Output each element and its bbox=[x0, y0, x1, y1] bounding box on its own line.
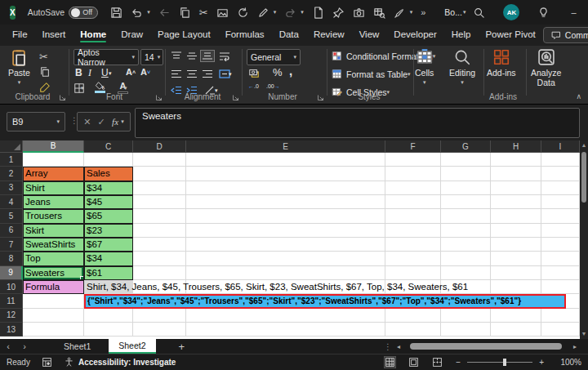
cell-G13[interactable] bbox=[441, 323, 491, 337]
row-header-8[interactable]: 8 bbox=[0, 252, 23, 265]
font-dialog-launcher[interactable] bbox=[155, 93, 163, 100]
clipboard-dialog-launcher[interactable] bbox=[59, 93, 66, 100]
cell-D6[interactable] bbox=[133, 224, 186, 238]
cell-D12[interactable] bbox=[133, 309, 186, 323]
cell-C1[interactable] bbox=[84, 153, 133, 167]
row-header-2[interactable]: 2 bbox=[0, 167, 23, 181]
name-box[interactable]: B9 ▾ bbox=[7, 112, 65, 132]
cell-B2[interactable]: Array bbox=[23, 167, 84, 181]
fx-chevron-icon[interactable]: ▾ bbox=[121, 118, 124, 125]
horizontal-scrollbar[interactable]: ⋮ ◂ ▸ bbox=[384, 342, 588, 351]
cell-B3[interactable]: Shirt bbox=[23, 181, 84, 195]
ribbon-tab-view[interactable]: View bbox=[352, 26, 387, 44]
next-sheet-icon[interactable]: › bbox=[16, 341, 33, 351]
ribbon-tab-draw[interactable]: Draw bbox=[114, 26, 150, 44]
cell-G1[interactable] bbox=[441, 153, 491, 167]
cell-F3[interactable] bbox=[385, 181, 441, 195]
cell-B10[interactable]: Formula bbox=[23, 280, 84, 294]
cell-C4[interactable]: $45 bbox=[84, 195, 133, 209]
ribbon-tab-page-layout[interactable]: Page Layout bbox=[150, 26, 218, 44]
search-icon[interactable] bbox=[473, 7, 485, 19]
cell-E2[interactable] bbox=[186, 167, 385, 181]
cell-I8[interactable] bbox=[541, 252, 580, 265]
new-document-icon[interactable] bbox=[312, 7, 324, 19]
paste-button[interactable]: Paste ▾ bbox=[8, 48, 30, 86]
accounting-format-button[interactable]: ▾ bbox=[248, 67, 259, 78]
cell-E7[interactable] bbox=[186, 238, 385, 252]
accessibility-status[interactable]: Accessibility: Investigate bbox=[64, 357, 176, 368]
cell-F5[interactable] bbox=[385, 209, 441, 223]
align-middle-button[interactable] bbox=[185, 51, 198, 61]
ribbon-tab-review[interactable]: Review bbox=[306, 26, 352, 44]
cell-I1[interactable] bbox=[541, 153, 580, 167]
horizontal-scroll-track[interactable] bbox=[405, 342, 568, 350]
align-top-button[interactable] bbox=[170, 51, 183, 61]
number-dialog-launcher[interactable] bbox=[317, 93, 324, 100]
column-header-F[interactable]: F bbox=[385, 140, 441, 153]
page-layout-view-icon[interactable] bbox=[408, 357, 419, 368]
cell-C5[interactable]: $65 bbox=[84, 209, 133, 223]
undo-chevron-icon[interactable]: ▾ bbox=[147, 9, 150, 16]
cell-F7[interactable] bbox=[385, 238, 441, 252]
confirm-entry-button[interactable]: ✓ bbox=[98, 117, 105, 127]
cell-I12[interactable] bbox=[541, 309, 580, 323]
zoom-slider-thumb[interactable] bbox=[503, 359, 506, 366]
toolbar-overflow-icon[interactable]: » bbox=[421, 7, 425, 17]
percent-button[interactable]: % bbox=[273, 66, 283, 78]
ink-chevron-icon[interactable]: ▾ bbox=[274, 9, 277, 16]
ink-icon[interactable] bbox=[257, 7, 270, 19]
cell-G8[interactable] bbox=[441, 252, 491, 265]
comma-button[interactable]: , bbox=[289, 64, 292, 78]
ribbon-tab-formulas[interactable]: Formulas bbox=[218, 26, 272, 44]
cell-D4[interactable] bbox=[133, 195, 186, 209]
cell-G3[interactable] bbox=[441, 181, 491, 195]
normal-view-icon[interactable] bbox=[385, 357, 395, 368]
cut-button[interactable]: ✂ bbox=[39, 51, 48, 63]
cell-C12[interactable] bbox=[84, 309, 133, 323]
cell-G6[interactable] bbox=[441, 224, 491, 238]
cell-F4[interactable] bbox=[385, 195, 441, 209]
scroll-up-icon[interactable]: ▲ bbox=[581, 140, 587, 150]
copy-icon[interactable] bbox=[179, 7, 191, 19]
column-header-C[interactable]: C bbox=[84, 140, 133, 153]
cell-H10[interactable] bbox=[491, 280, 541, 294]
cell-H4[interactable] bbox=[491, 195, 541, 209]
column-header-H[interactable]: H bbox=[491, 140, 541, 153]
cell-D2[interactable] bbox=[133, 167, 186, 181]
workbook-name[interactable]: Bo... ▾ bbox=[444, 7, 466, 17]
cell-G7[interactable] bbox=[441, 238, 491, 252]
cell-I7[interactable] bbox=[541, 238, 580, 252]
cell-B7[interactable]: SweatShirts bbox=[23, 238, 84, 252]
scroll-right-icon[interactable]: ▸ bbox=[573, 343, 577, 350]
prev-sheet-icon[interactable]: ‹ bbox=[0, 341, 16, 351]
cell-I2[interactable] bbox=[541, 167, 580, 181]
borders-button[interactable]: ▾ bbox=[74, 82, 84, 94]
account-avatar[interactable]: AK bbox=[503, 4, 519, 20]
underline-chevron-icon[interactable]: ▾ bbox=[109, 70, 112, 77]
sheet-tab-sheet1[interactable]: Sheet1 bbox=[46, 339, 109, 354]
sheet-tab-sheet2[interactable]: Sheet2 bbox=[109, 339, 155, 354]
pin-icon[interactable] bbox=[332, 7, 345, 19]
column-header-I[interactable]: I bbox=[541, 140, 580, 153]
cell-B9[interactable]: Sweaters bbox=[23, 266, 84, 280]
row-header-1[interactable]: 1 bbox=[0, 153, 23, 167]
cell-E5[interactable] bbox=[186, 209, 385, 223]
analyze-data-button[interactable]: Analyze Data bbox=[531, 48, 561, 87]
editing-button[interactable]: Editing ▾ bbox=[449, 48, 475, 86]
column-header-D[interactable]: D bbox=[133, 140, 186, 153]
add-sheet-button[interactable]: + bbox=[179, 341, 185, 353]
cells-button[interactable]: Cells ▾ bbox=[415, 48, 434, 86]
cell-B5[interactable]: Trousers bbox=[23, 209, 84, 223]
cell-B4[interactable]: Jeans bbox=[23, 195, 84, 209]
ribbon-tab-data[interactable]: Data bbox=[272, 26, 306, 44]
number-format-select[interactable]: General▾ bbox=[247, 49, 301, 65]
align-right-button[interactable] bbox=[201, 69, 214, 79]
cell-H2[interactable] bbox=[491, 167, 541, 181]
cell-G4[interactable] bbox=[441, 195, 491, 209]
macro-record-icon[interactable] bbox=[42, 357, 52, 368]
array-result-highlight[interactable]: {"Shirt","$34";"Jeans","$45";"Trousers",… bbox=[84, 294, 566, 308]
cell-C9[interactable]: $61 bbox=[84, 266, 133, 280]
cell-E13[interactable] bbox=[186, 323, 385, 337]
cell-G2[interactable] bbox=[441, 167, 491, 181]
cell-E3[interactable] bbox=[186, 181, 385, 195]
